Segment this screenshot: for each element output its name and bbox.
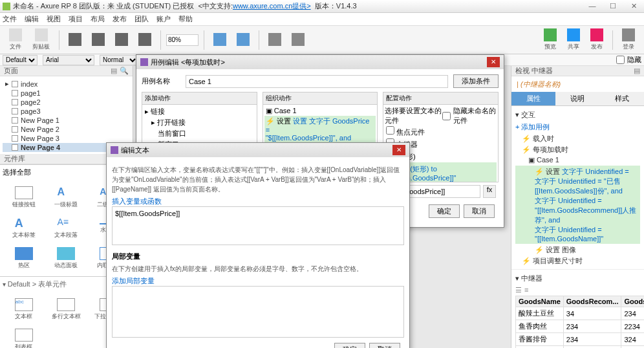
menubar: 文件 编辑 视图 项目 布局 发布 团队 账户 帮助 — [0, 13, 644, 26]
tab-notes[interactable]: 说明 — [555, 92, 599, 105]
lib-link-button[interactable]: 链接按钮 — [4, 184, 44, 212]
dialog-close-button[interactable]: ✕ — [487, 57, 500, 67]
minimize-button[interactable]: — — [585, 2, 600, 10]
menu-project[interactable]: 项目 — [69, 14, 83, 24]
repeater-table[interactable]: GoodsNameGoodsRecom...GoodsSales 酸辣土豆丝34… — [515, 296, 644, 348]
hide-unnamed-checkbox[interactable]: 隐藏未命名的元件 — [442, 106, 497, 125]
lib-listbox[interactable]: 列表框 — [4, 326, 44, 348]
local-var-textarea[interactable] — [112, 286, 404, 338]
tab-style[interactable]: 样式 — [600, 92, 644, 105]
preview-button[interactable]: 预览 — [540, 27, 561, 52]
menu-help[interactable]: 帮助 — [178, 14, 193, 24]
tool-connect[interactable] — [88, 32, 109, 49]
maximize-button[interactable]: ☐ — [605, 2, 621, 10]
dialog-title: 用例编辑 <每项加载时> — [151, 58, 225, 67]
event-load[interactable]: ⚡ 载入时 — [515, 133, 640, 144]
case-ok-button[interactable]: 确定 — [429, 204, 460, 218]
tool-dist[interactable] — [288, 32, 308, 49]
page-item[interactable]: New Page 3 — [3, 134, 130, 143]
inspector-menu-icon[interactable]: ▤ — [634, 67, 640, 75]
lib-textarea[interactable]: 多行文本框 — [47, 296, 87, 323]
add-page-icon[interactable]: ▤ — [111, 67, 117, 75]
repeater-tool-icon[interactable]: ≡ — [524, 286, 528, 294]
add-condition-button[interactable]: 添加条件 — [453, 74, 499, 88]
expression-textarea[interactable]: $[[Item.GoodsPrice]] — [112, 206, 404, 245]
org-case[interactable]: ▣ Case 1 — [264, 106, 376, 116]
local-var-help: 在下方创建用于插入fx的局部变量，局部变量名称必须是字母、数字，不允许包含空格。 — [112, 261, 404, 276]
event-resize[interactable]: ⚡ 项目调整尺寸时 — [515, 256, 640, 266]
lib-textbox[interactable]: abc文本框 — [4, 296, 44, 323]
tool-pen[interactable] — [111, 32, 132, 49]
add-case-link[interactable]: + 添加用例 — [515, 121, 640, 133]
pages-panel-title: 页面 — [4, 66, 18, 76]
col-add-action: 添加动作 — [142, 92, 257, 105]
page-item[interactable]: New Page 1 — [3, 116, 130, 125]
edit-text-dialog: 编辑文本 ✕ 在下方编辑区输入文本，变量名称或表达式要写在"[[""]"中。例如… — [106, 142, 410, 348]
menu-layout[interactable]: 布局 — [91, 14, 105, 24]
weight-select[interactable]: Normal — [100, 55, 138, 65]
lib-hotspot[interactable]: 热区 — [4, 245, 44, 272]
style-select[interactable]: Default — [3, 55, 38, 65]
action-item[interactable]: ▸ 打开链接 — [144, 117, 255, 128]
tool-align[interactable] — [264, 32, 285, 49]
table-row[interactable]: 酸辣土豆丝34234 — [516, 307, 645, 320]
menu-view[interactable]: 视图 — [47, 14, 61, 24]
insert-var-link[interactable]: 插入变量或函数 — [112, 197, 404, 206]
col-organize: 组织动作 — [263, 92, 378, 105]
add-local-var-link[interactable]: 添加局部变量 — [112, 276, 404, 286]
login-button[interactable]: 登录 — [618, 27, 639, 52]
share-button[interactable]: 共享 — [563, 27, 584, 52]
action-item[interactable]: 当前窗口 — [144, 128, 255, 139]
edit-help-text: 在下方编辑区输入文本，变量名称或表达式要写在"[[""]"中。例如：插入变量[[… — [112, 162, 404, 197]
event-item-load[interactable]: ⚡ 每项加载时 — [515, 144, 640, 155]
table-row[interactable]: 番茄炒鸡蛋53434 — [516, 346, 645, 349]
search-page-icon[interactable]: 🔍 — [120, 67, 129, 75]
font-select[interactable]: Arial — [43, 55, 94, 65]
tool-group2[interactable] — [233, 32, 253, 49]
tab-properties[interactable]: 属性 — [511, 92, 555, 105]
close-button[interactable]: ✕ — [626, 2, 641, 10]
tool-shape[interactable] — [134, 32, 155, 49]
dialog-icon — [140, 58, 148, 66]
menu-account[interactable]: 账户 — [156, 14, 171, 24]
case-name-input[interactable] — [186, 75, 448, 88]
case-node[interactable]: ▣ Case 1 — [515, 155, 640, 165]
fx-button[interactable]: fx — [483, 185, 496, 198]
action-set-text[interactable]: ⚡ 设置 文字于 Unidentified = 文字于 Unidentified… — [515, 166, 640, 244]
action-set-image[interactable]: ⚡ 设置 图像 — [515, 245, 640, 256]
action-item[interactable]: ▸ 链接 — [144, 106, 255, 117]
menu-edit[interactable]: 编辑 — [25, 14, 39, 24]
case-cancel-button[interactable]: 取消 — [464, 204, 495, 218]
tool-group1[interactable] — [209, 32, 230, 49]
inspector-title: 检视 中继器 — [515, 66, 553, 76]
menu-file[interactable]: 文件 — [3, 14, 17, 24]
page-item[interactable]: page1 — [3, 89, 130, 98]
menu-team[interactable]: 团队 — [134, 14, 149, 24]
hide-checkbox[interactable]: 隐藏 — [616, 55, 641, 65]
edit-cancel-button[interactable]: 取消 — [369, 343, 400, 348]
lib-dynamic[interactable]: 动态面板 — [47, 245, 87, 272]
lib-paragraph[interactable]: A≡文本段落 — [47, 214, 87, 242]
tree-root[interactable]: ▸ index — [3, 79, 130, 89]
edit-ok-button[interactable]: 确定 — [334, 343, 365, 348]
tool-select[interactable] — [65, 32, 85, 49]
table-row[interactable]: 香酱排骨234324 — [516, 333, 645, 346]
lib-h1[interactable]: A一级标题 — [47, 184, 87, 212]
local-var-title: 局部变量 — [112, 252, 404, 261]
toolbar: 文件 剪贴板 预览 共享 发布 登录 — [0, 26, 644, 54]
lib-label[interactable]: A文本标签 — [4, 214, 44, 242]
publish-button[interactable]: 发布 — [586, 27, 607, 52]
page-item[interactable]: New Page 2 — [3, 125, 130, 134]
page-item[interactable]: page3 — [3, 107, 130, 116]
select-all[interactable]: 选择全部 — [3, 168, 31, 176]
edit-dialog-close-button[interactable]: ✕ — [392, 145, 405, 155]
config-item[interactable]: 焦点元件 — [385, 125, 497, 138]
tool-file[interactable]: 文件 — [5, 27, 26, 52]
repeater-tool-icon[interactable]: ☰ — [515, 286, 522, 294]
menu-publish[interactable]: 发布 — [113, 14, 127, 24]
zoom-input[interactable] — [166, 34, 199, 46]
table-row[interactable]: 鱼香肉丝2342234 — [516, 320, 645, 333]
page-item[interactable]: page2 — [3, 98, 130, 107]
support-link[interactable]: www.axure.com.cn提供> — [233, 2, 311, 10]
tool-clipboard[interactable]: 剪贴板 — [28, 27, 54, 52]
